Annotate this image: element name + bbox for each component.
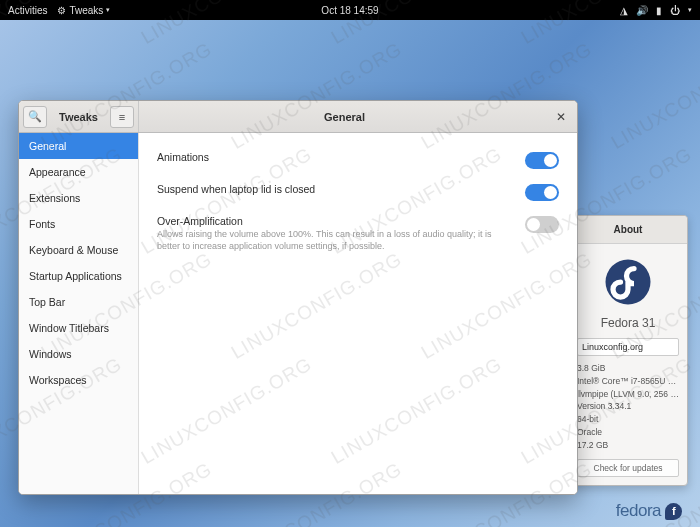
sidebar-item-appearance[interactable]: Appearance — [19, 159, 138, 185]
sidebar-item-keyboard-mouse[interactable]: Keyboard & Mouse — [19, 237, 138, 263]
spec-disk: 17.2 GB — [577, 439, 679, 452]
sidebar-item-top-bar[interactable]: Top Bar — [19, 289, 138, 315]
fedora-logo-icon — [604, 258, 652, 306]
setting-suspend-lid: Suspend when laptop lid is closed — [157, 179, 559, 211]
animations-label: Animations — [157, 151, 515, 163]
chevron-down-icon: ▾ — [688, 6, 692, 14]
tweaks-titlebar[interactable]: 🔍 Tweaks ≡ General ✕ — [19, 101, 577, 133]
sidebar-item-general[interactable]: General — [19, 133, 138, 159]
close-button[interactable]: ✕ — [550, 106, 572, 128]
setting-animations: Animations — [157, 147, 559, 179]
over-amp-switch[interactable] — [525, 216, 559, 233]
setting-over-amplification: Over-Amplification Allows raising the vo… — [157, 211, 559, 262]
spec-gpu: llvmpipe (LLVM 9.0, 256 bits) — [577, 388, 679, 401]
suspend-lid-switch[interactable] — [525, 184, 559, 201]
sidebar-item-window-titlebars[interactable]: Window Titlebars — [19, 315, 138, 341]
battery-icon: ▮ — [656, 5, 662, 16]
tweaks-content: Animations Suspend when laptop lid is cl… — [139, 133, 577, 494]
tweaks-app-icon: ⚙ — [57, 5, 66, 16]
gnome-topbar: Activities ⚙ Tweaks ▾ Oct 18 14:59 ◮ 🔊 ▮… — [0, 0, 700, 20]
activities-button[interactable]: Activities — [8, 5, 47, 16]
sidebar-item-windows[interactable]: Windows — [19, 341, 138, 367]
sidebar-item-workspaces[interactable]: Workspaces — [19, 367, 138, 393]
spec-memory: 3.8 GiB — [577, 362, 679, 375]
system-status-area[interactable]: ◮ 🔊 ▮ ⏻ ▾ — [620, 5, 692, 16]
clock[interactable]: Oct 18 14:59 — [321, 5, 378, 16]
sidebar-title: Tweaks — [51, 111, 106, 123]
spec-cpu: Intel® Core™ i7-8565U CPU @ ... — [577, 375, 679, 388]
sidebar-item-startup-apps[interactable]: Startup Applications — [19, 263, 138, 289]
animations-switch[interactable] — [525, 152, 559, 169]
suspend-lid-label: Suspend when laptop lid is closed — [157, 183, 515, 195]
search-button[interactable]: 🔍 — [23, 106, 47, 128]
chevron-down-icon: ▾ — [106, 6, 110, 14]
sidebar-item-fonts[interactable]: Fonts — [19, 211, 138, 237]
hamburger-icon: ≡ — [119, 111, 125, 123]
app-menu[interactable]: ⚙ Tweaks ▾ — [57, 5, 110, 16]
hostname-field[interactable]: Linuxconfig.org — [577, 338, 679, 356]
search-icon: 🔍 — [28, 110, 42, 123]
page-title: General — [139, 111, 550, 123]
spec-arch: 64-bit — [577, 413, 679, 426]
tweaks-sidebar: General Appearance Extensions Fonts Keyb… — [19, 133, 139, 494]
about-window: About Fedora 31 Linuxconfig.org 3.8 GiB … — [568, 215, 688, 486]
fedora-wordmark: fedora f — [616, 501, 682, 521]
spec-virt: Oracle — [577, 426, 679, 439]
menu-button[interactable]: ≡ — [110, 106, 134, 128]
over-amp-description: Allows raising the volume above 100%. Th… — [157, 229, 515, 252]
fedora-bubble-icon: f — [665, 503, 682, 520]
about-titlebar[interactable]: About — [569, 216, 687, 244]
network-icon: ◮ — [620, 5, 628, 16]
over-amp-label: Over-Amplification — [157, 215, 515, 227]
power-icon: ⏻ — [670, 5, 680, 16]
spec-list: 3.8 GiB Intel® Core™ i7-8565U CPU @ ... … — [577, 362, 679, 451]
sidebar-item-extensions[interactable]: Extensions — [19, 185, 138, 211]
distro-name: Fedora 31 — [577, 316, 679, 330]
check-updates-button[interactable]: Check for updates — [577, 459, 679, 477]
close-icon: ✕ — [556, 110, 566, 124]
tweaks-window: 🔍 Tweaks ≡ General ✕ General Appearance … — [18, 100, 578, 495]
spec-gnome: Version 3.34.1 — [577, 400, 679, 413]
volume-icon: 🔊 — [636, 5, 648, 16]
